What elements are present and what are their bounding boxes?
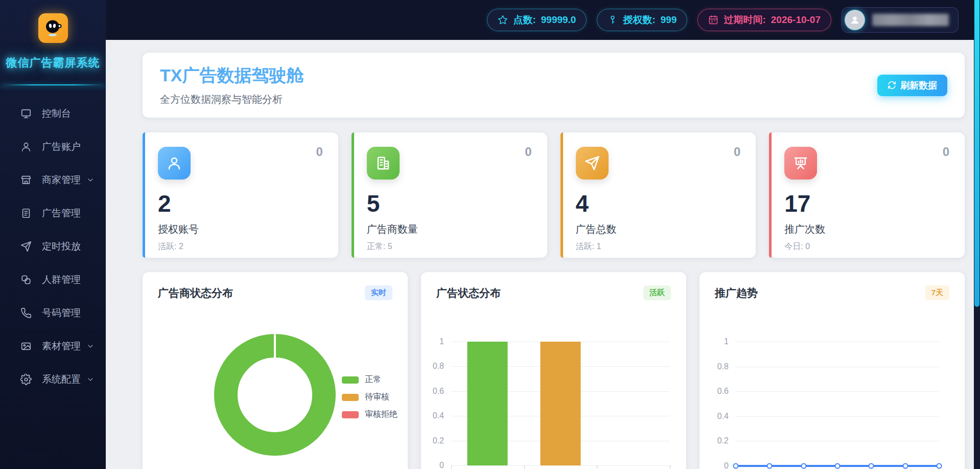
sidebar-item-label: 商家管理 xyxy=(42,173,81,187)
monitor-icon xyxy=(20,108,32,119)
stat-sublabel: 活跃: 1 xyxy=(576,241,741,252)
legend-swatch xyxy=(342,394,359,401)
gridline xyxy=(736,416,939,417)
stat-sublabel: 今日: 0 xyxy=(784,241,949,252)
data-point[interactable] xyxy=(937,463,942,469)
avatar xyxy=(845,10,865,30)
calendar-icon xyxy=(708,15,718,25)
y-axis-tick: 1 xyxy=(724,337,729,346)
charts-row: 广告商状态分布 实时 正常待审核审核拒绝 广告状态分布 活跃 00.20.40.… xyxy=(143,272,965,469)
sidebar-item-material-mgmt[interactable]: 素材管理 xyxy=(0,329,106,363)
page-subtitle: 全方位数据洞察与智能分析 xyxy=(160,93,304,106)
redacted-username xyxy=(872,14,949,26)
app-logo xyxy=(38,13,68,43)
data-point[interactable] xyxy=(902,463,908,469)
stat-card-promotion-count: 0 17 推广次数 今日: 0 xyxy=(769,132,965,258)
data-point[interactable] xyxy=(835,463,841,469)
sidebar-item-label: 广告账户 xyxy=(42,140,81,153)
y-axis-tick: 0.2 xyxy=(717,436,729,445)
chart-badge: 7天 xyxy=(925,285,949,300)
data-point[interactable] xyxy=(869,463,874,469)
y-axis-tick: 0 xyxy=(439,461,444,469)
chart-header: 推广趋势 7天 xyxy=(715,285,949,300)
sidebar-item-ad-accounts[interactable]: 广告账户 xyxy=(0,130,106,163)
refresh-button[interactable]: 刷新数据 xyxy=(877,75,947,96)
legend-swatch xyxy=(342,411,359,418)
user-icon xyxy=(167,155,182,171)
sidebar-item-label: 素材管理 xyxy=(42,340,81,353)
legend-label: 正常 xyxy=(365,374,381,385)
stat-corner-value: 0 xyxy=(525,145,531,159)
legend-item[interactable]: 审核拒绝 xyxy=(342,409,398,420)
hero-text: TX广告数据驾驶舱 全方位数据洞察与智能分析 xyxy=(160,64,304,106)
chevron-down-icon xyxy=(86,342,95,350)
sidebar-menu: 控制台 广告账户 商家管理 广告管理 定时投放 人群管理 号码管理 xyxy=(0,85,106,396)
sidebar-item-ad-mgmt[interactable]: 广告管理 xyxy=(0,196,106,230)
star-icon xyxy=(498,15,508,25)
legend-item[interactable]: 待审核 xyxy=(342,392,398,403)
legend-swatch xyxy=(342,376,359,384)
data-point[interactable] xyxy=(767,463,773,469)
bar-segment[interactable] xyxy=(468,342,508,465)
stat-corner-value: 0 xyxy=(734,145,740,159)
chart-header: 广告状态分布 活跃 xyxy=(436,285,671,300)
auth-label: 授权数: xyxy=(623,13,655,27)
stat-label: 授权账号 xyxy=(158,222,323,236)
page-title: TX广告数据驾驶舱 xyxy=(160,64,304,87)
points-value: 99999.0 xyxy=(541,14,576,26)
group-icon xyxy=(20,274,32,285)
gear-icon xyxy=(20,374,32,385)
expire-value: 2026-10-07 xyxy=(771,14,821,26)
scrollbar-track xyxy=(974,0,980,469)
y-axis-tick: 0.6 xyxy=(717,387,729,396)
sidebar: 微信广告霸屏系统 控制台 广告账户 商家管理 广告管理 定时投放 人群管理 xyxy=(0,0,106,469)
building-icon xyxy=(376,155,391,171)
sidebar-item-console[interactable]: 控制台 xyxy=(0,97,106,130)
data-point[interactable] xyxy=(801,463,806,469)
data-point[interactable] xyxy=(733,463,739,469)
stat-value: 17 xyxy=(784,192,949,215)
donut-ring xyxy=(214,334,336,456)
sidebar-item-merchant-mgmt[interactable]: 商家管理 xyxy=(0,163,106,196)
points-chip: 点数: 99999.0 xyxy=(487,9,587,31)
sidebar-item-label: 系统配置 xyxy=(42,373,81,386)
key-icon xyxy=(608,15,618,25)
send-icon xyxy=(585,155,600,171)
gridline xyxy=(736,441,939,441)
y-axis-tick: 0.8 xyxy=(717,362,729,371)
stat-corner-value: 0 xyxy=(943,145,949,159)
y-axis-tick: 0.2 xyxy=(433,436,444,445)
chart-title: 广告商状态分布 xyxy=(158,286,233,300)
scrollbar-thumb[interactable] xyxy=(974,0,979,307)
legend-item[interactable]: 正常 xyxy=(342,374,398,385)
stat-sublabel: 活跃: 2 xyxy=(158,241,323,252)
send-icon xyxy=(20,241,32,252)
expire-chip: 过期时间: 2026-10-07 xyxy=(697,9,831,31)
y-axis-tick: 0.4 xyxy=(717,412,729,421)
stat-label: 广告商数量 xyxy=(367,222,532,236)
sidebar-item-scheduled-delivery[interactable]: 定时投放 xyxy=(0,230,106,263)
expire-label: 过期时间: xyxy=(724,13,765,27)
sidebar-item-label: 控制台 xyxy=(42,107,71,120)
chevron-down-icon xyxy=(86,375,95,384)
stat-card-advertiser-count: 0 5 广告商数量 正常: 5 xyxy=(352,132,547,258)
user-chip[interactable] xyxy=(842,7,959,33)
sidebar-item-audience-mgmt[interactable]: 人群管理 xyxy=(0,263,106,296)
auth-chip: 授权数: 999 xyxy=(597,9,687,31)
sidebar-item-system-config[interactable]: 系统配置 xyxy=(0,363,106,396)
sidebar-item-number-mgmt[interactable]: 号码管理 xyxy=(0,296,106,329)
y-axis-tick: 1 xyxy=(439,337,444,346)
gridline xyxy=(736,367,939,367)
y-axis-tick: 0.8 xyxy=(433,362,444,371)
points-label: 点数: xyxy=(513,13,535,27)
donut-notch xyxy=(274,334,276,358)
stat-card-total-ads: 0 4 广告总数 活跃: 1 xyxy=(561,132,756,258)
stat-label: 广告总数 xyxy=(576,222,741,236)
app-title: 微信广告霸屏系统 xyxy=(0,55,106,71)
stat-value: 2 xyxy=(158,192,323,215)
stat-icon-tile xyxy=(576,147,609,180)
bar-segment[interactable] xyxy=(541,342,581,465)
y-axis-tick: 0.4 xyxy=(433,411,444,420)
gridline xyxy=(736,391,939,392)
sidebar-item-label: 定时投放 xyxy=(42,240,81,253)
